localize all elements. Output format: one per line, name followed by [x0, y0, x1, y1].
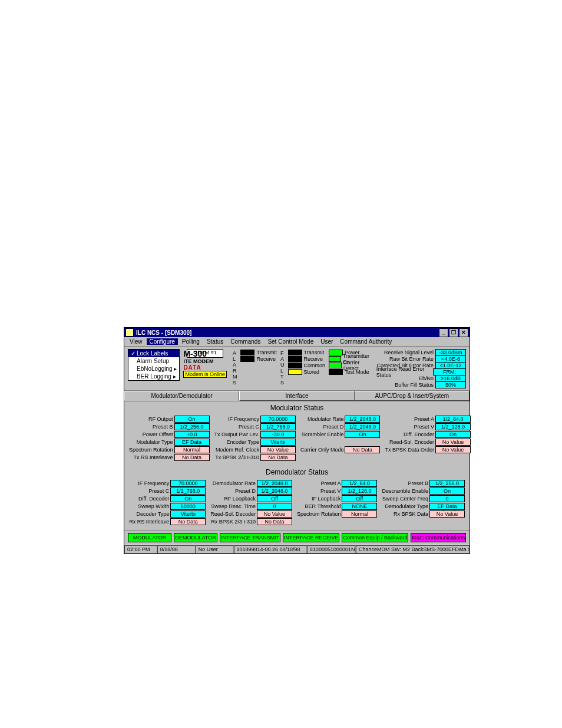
- status-button-modulator[interactable]: MODULATOR: [128, 533, 171, 542]
- param-value[interactable]: Viterbi: [170, 510, 206, 518]
- param-value[interactable]: No Data: [170, 518, 206, 525]
- menu-set-control-mode[interactable]: Set Control Mode: [265, 338, 316, 345]
- maximize-button[interactable]: ❐: [449, 328, 458, 337]
- top-panel: ODEM #1 ✓Lock LabelsAlarm SetupEbNoLoggi…: [124, 347, 470, 391]
- param-value[interactable]: No Value: [435, 439, 471, 446]
- param-cell: Modulator Rate1/2_2048.0: [300, 416, 381, 423]
- param-value[interactable]: 1/2_256.0: [429, 480, 465, 487]
- menu-commands[interactable]: Commands: [227, 338, 263, 345]
- dropdown-item[interactable]: Alarm Setup: [128, 357, 179, 365]
- minimize-button[interactable]: _: [439, 328, 448, 337]
- param-cell: Carrier Only ModeNo Data: [300, 446, 381, 453]
- param-value[interactable]: 0: [429, 495, 465, 502]
- menu-view[interactable]: View: [127, 338, 146, 345]
- receive-values: Receive Signal Level-33.0dBmRaw Bit Erro…: [376, 349, 466, 388]
- param-cell: Tx BPSK 2/3 I-310No Data: [214, 454, 296, 461]
- param-value[interactable]: EF Data Closed: [174, 439, 210, 446]
- param-value[interactable]: On: [345, 431, 380, 438]
- param-value[interactable]: No Data: [174, 454, 210, 461]
- param-value[interactable]: No Data: [345, 446, 380, 453]
- menu-bar: ViewConfigurePollingStatusCommandsSet Co…: [124, 337, 470, 347]
- param-value[interactable]: 1/2_2048.0: [257, 487, 292, 495]
- param-value[interactable]: No Value: [257, 510, 292, 518]
- tab-modulator-demodulator[interactable]: Modulator/Demodulator: [124, 391, 239, 401]
- status-button-interface-receive[interactable]: INTERFACE RECEIVE: [283, 533, 340, 542]
- param-value[interactable]: -30.0: [260, 431, 296, 438]
- param-cell: Spectrum RotationNormal: [129, 446, 210, 453]
- tab-aupc-drop-insert-system[interactable]: AUPC/Drop & Insert/System: [355, 391, 470, 401]
- led-transmit: [288, 350, 302, 355]
- param-value[interactable]: No Data: [260, 454, 296, 461]
- status-button-interface-transmit[interactable]: INTERFACE TRANSMIT: [220, 533, 280, 542]
- param-value[interactable]: 1/2_128.0: [342, 487, 377, 495]
- param-value[interactable]: 1/2_768.0: [260, 423, 296, 430]
- dropdown-item[interactable]: BER Logging ▸: [128, 373, 179, 380]
- dropdown-item[interactable]: EbNoLogging ▸: [128, 365, 179, 373]
- status-cell: 02:00 PM: [124, 545, 157, 554]
- param-cell: RF LoopbackOff: [210, 495, 292, 502]
- param-value[interactable]: On: [429, 487, 465, 495]
- param-value[interactable]: 1/2_2048.0: [345, 416, 380, 423]
- param-value[interactable]: 0: [257, 503, 292, 510]
- led-power: [329, 350, 343, 355]
- configure-dropdown: ODEM #1 ✓Lock LabelsAlarm SetupEbNoLoggi…: [128, 349, 180, 388]
- demodulator-title: Demodulator Status: [124, 466, 470, 479]
- param-value[interactable]: Off: [342, 495, 377, 502]
- param-cell: IF Frequency70.0000: [214, 416, 296, 423]
- menu-polling[interactable]: Polling: [179, 338, 203, 345]
- online-badge: Modem is Online: [183, 371, 227, 378]
- param-value[interactable]: 1/2_768.0: [170, 487, 206, 495]
- param-value[interactable]: No Data: [257, 518, 292, 525]
- param-value[interactable]: On: [174, 416, 210, 423]
- param-cell: Tx Output Pwr Lev.-30.0: [214, 431, 296, 438]
- param-cell: [382, 518, 465, 525]
- param-value[interactable]: Normal: [342, 510, 377, 518]
- led-stored: [288, 369, 302, 375]
- param-cell: Reed-Sol. EncoderNo Value: [385, 439, 471, 446]
- param-value[interactable]: 1/2_128.0: [435, 423, 471, 430]
- param-value[interactable]: 1/2_64.0: [435, 416, 471, 423]
- param-value[interactable]: 1/2_64.0: [342, 480, 377, 487]
- status-button-m-c-communications[interactable]: M&C Communications: [411, 533, 466, 542]
- alarms-label: ALARMS: [233, 349, 237, 388]
- param-value[interactable]: 70.0000: [170, 480, 206, 487]
- tab-interface[interactable]: Interface: [239, 391, 354, 401]
- param-cell: Descramble EnableOn: [382, 487, 465, 495]
- param-value[interactable]: No Value: [435, 446, 471, 453]
- param-value[interactable]: 1/2_256.0: [174, 423, 210, 430]
- dropdown-list[interactable]: ✓Lock LabelsAlarm SetupEbNoLogging ▸BER …: [128, 349, 180, 381]
- param-value[interactable]: Normal: [174, 446, 210, 453]
- indicator-row: Common: [288, 362, 326, 368]
- param-value[interactable]: 1/2_2048.0: [257, 480, 292, 487]
- menu-status[interactable]: Status: [204, 338, 226, 345]
- title-bar[interactable]: ILC NCS - [SDM300] _ ❐ ✕: [124, 328, 470, 337]
- param-value[interactable]: +0.0: [174, 431, 210, 438]
- indicator-row: Test Mode: [329, 368, 373, 375]
- param-value[interactable]: NONE: [342, 503, 377, 510]
- param-value[interactable]: 70.0000: [260, 416, 296, 423]
- dropdown-item[interactable]: ✓Lock Labels: [128, 350, 179, 357]
- param-value[interactable]: Off: [257, 495, 292, 502]
- param-cell: Preset A1/2_64.0: [385, 416, 471, 423]
- param-cell: RF OutputOn: [129, 416, 210, 423]
- status-button-demodulator[interactable]: DEMODULATOR: [174, 533, 217, 542]
- menu-user[interactable]: User: [318, 338, 336, 345]
- status-cell: 81000051000001N: [307, 545, 356, 554]
- param-value[interactable]: 60000: [170, 503, 206, 510]
- param-cell: Preset C1/2_768.0: [129, 487, 206, 495]
- param-value[interactable]: No Value: [429, 510, 465, 518]
- menu-command-authority[interactable]: Command Authority: [337, 338, 395, 345]
- param-value[interactable]: On: [435, 431, 471, 438]
- title-text: ILC NCS - [SDM300]: [136, 330, 191, 336]
- param-value[interactable]: EF Data Closed: [429, 503, 465, 510]
- rx-row: Interface Read Error StatusFRM: <5.0E-7: [376, 368, 466, 375]
- param-cell: Demodulator TypeEF Data Closed: [382, 503, 465, 510]
- close-button[interactable]: ✕: [459, 328, 468, 337]
- param-value[interactable]: Viterbi: [260, 439, 296, 446]
- app-icon: [125, 328, 134, 337]
- param-value[interactable]: On: [170, 495, 206, 502]
- param-value[interactable]: No Value: [260, 446, 296, 453]
- status-button-common-equip-backward[interactable]: Common Equip./ Backward: [342, 533, 408, 542]
- menu-configure[interactable]: Configure: [147, 338, 178, 345]
- param-value[interactable]: 1/2_2048.0: [345, 423, 380, 430]
